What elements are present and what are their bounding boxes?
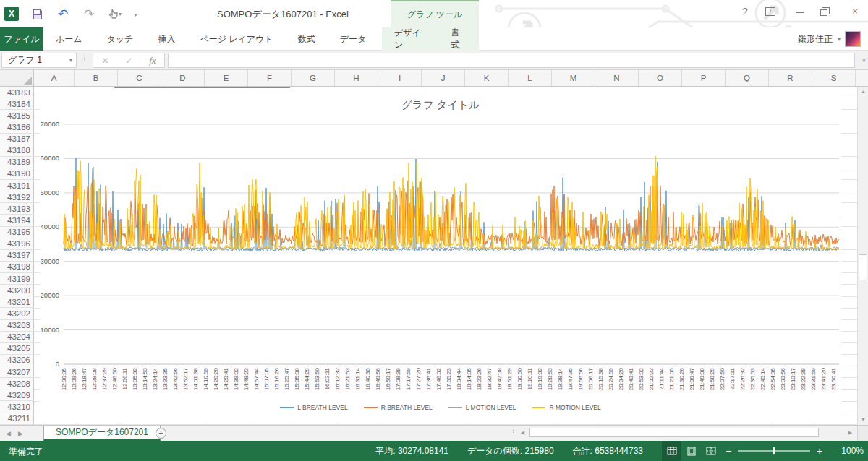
column-header-Q[interactable]: Q xyxy=(726,70,769,86)
name-box[interactable]: グラフ 1 ▾ xyxy=(1,53,77,68)
ribbon-display-options-icon[interactable]: ↑ xyxy=(765,7,780,16)
tab-file[interactable]: ファイル xyxy=(0,27,43,51)
zoom-slider[interactable] xyxy=(738,450,810,452)
undo-icon[interactable]: ↶ xyxy=(55,6,71,22)
tab-2[interactable]: 挿入 xyxy=(145,27,187,51)
column-header-P[interactable]: P xyxy=(682,70,726,86)
select-all-corner[interactable] xyxy=(0,70,34,86)
avatar[interactable] xyxy=(845,31,861,47)
column-header-G[interactable]: G xyxy=(292,70,335,86)
row-header-43188[interactable]: 43188 xyxy=(0,145,34,157)
zoom-percentage[interactable]: 100% xyxy=(833,446,864,456)
sheet-next-icon[interactable]: ▶ xyxy=(18,430,23,437)
row-header-43199[interactable]: 43199 xyxy=(0,273,34,285)
row-header-43190[interactable]: 43190 xyxy=(0,168,34,180)
page-break-view-icon[interactable] xyxy=(701,441,720,461)
help-icon[interactable]: ? xyxy=(738,6,752,17)
column-header-L[interactable]: L xyxy=(509,70,552,86)
add-sheet-icon[interactable]: + xyxy=(156,428,166,439)
column-header-I[interactable]: I xyxy=(378,70,422,86)
row-header-43183[interactable]: 43183 xyxy=(0,87,34,98)
row-header-43192[interactable]: 43192 xyxy=(0,191,34,203)
minimize-icon[interactable] xyxy=(793,6,807,17)
row-header-43206[interactable]: 43206 xyxy=(0,355,34,366)
name-box-dropdown-icon[interactable]: ▾ xyxy=(69,57,76,64)
column-header-S[interactable]: S xyxy=(812,70,856,86)
row-header-43202[interactable]: 43202 xyxy=(0,308,34,319)
row-header-43204[interactable]: 43204 xyxy=(0,332,34,343)
column-header-A[interactable]: A xyxy=(34,70,75,86)
sheet-tab-active[interactable]: SOMPOデータ1607201 xyxy=(43,426,161,441)
formula-bar-expand-icon[interactable]: ˅ xyxy=(862,57,866,64)
row-header-43200[interactable]: 43200 xyxy=(0,285,34,296)
chart-object[interactable]: グラフ タイトル 0100002000030000400005000060000… xyxy=(40,87,841,423)
normal-view-icon[interactable] xyxy=(662,441,681,461)
cancel-icon[interactable]: ✕ xyxy=(101,56,109,66)
page-layout-view-icon[interactable] xyxy=(681,441,701,461)
sheet-prev-icon[interactable]: ◀ xyxy=(6,430,11,437)
row-header-43184[interactable]: 43184 xyxy=(0,98,34,110)
row-header-43208[interactable]: 43208 xyxy=(0,378,34,389)
column-header-B[interactable]: B xyxy=(75,70,118,86)
row-header-43186[interactable]: 43186 xyxy=(0,121,34,133)
row-header-43194[interactable]: 43194 xyxy=(0,215,34,226)
save-icon[interactable] xyxy=(29,6,45,22)
row-header-43196[interactable]: 43196 xyxy=(0,238,34,250)
redo-icon[interactable]: ↷ xyxy=(81,6,97,22)
row-header-43197[interactable]: 43197 xyxy=(0,250,34,262)
row-header-43193[interactable]: 43193 xyxy=(0,203,34,215)
tab-3[interactable]: ページ レイアウト xyxy=(187,27,285,51)
touch-mode-dropdown-icon[interactable]: ▾ xyxy=(119,11,122,17)
column-header-N[interactable]: N xyxy=(595,70,639,86)
column-header-R[interactable]: R xyxy=(769,70,812,86)
column-header-F[interactable]: F xyxy=(248,70,292,86)
row-header-43207[interactable]: 43207 xyxy=(0,366,34,378)
row-header-43205[interactable]: 43205 xyxy=(0,343,34,355)
enter-icon[interactable]: ✓ xyxy=(125,56,132,66)
legend-item-motion_l[interactable]: L MOTION LEVEL xyxy=(448,404,516,411)
user-account[interactable]: 鎌形佳正 ▾ xyxy=(798,31,861,47)
insert-function-icon[interactable]: fx xyxy=(149,55,156,66)
legend-item-breath_r[interactable]: R BREATH LEVEL xyxy=(364,404,433,411)
qat-customize-icon[interactable]: ▾ xyxy=(133,12,138,17)
column-header-D[interactable]: D xyxy=(161,70,205,86)
zoom-in-icon[interactable]: + xyxy=(812,445,827,457)
zoom-slider-thumb[interactable] xyxy=(773,447,775,454)
row-header-43209[interactable]: 43209 xyxy=(0,389,34,401)
tab-scroll-separator[interactable]: ⋮ xyxy=(510,428,516,432)
row-header-43203[interactable]: 43203 xyxy=(0,320,34,332)
row-header-43185[interactable]: 43185 xyxy=(0,110,34,121)
vertical-scroll-thumb[interactable] xyxy=(859,254,867,280)
column-header-J[interactable]: J xyxy=(422,70,465,86)
row-header-43211[interactable]: 43211 xyxy=(0,413,34,425)
row-header-43195[interactable]: 43195 xyxy=(0,227,34,238)
restore-icon[interactable] xyxy=(820,7,835,16)
scroll-right-icon[interactable]: ▶ xyxy=(845,426,856,439)
tab-1[interactable]: タッチ xyxy=(95,27,146,51)
context-tab-1[interactable]: 書式 xyxy=(438,27,479,51)
column-header-E[interactable]: E xyxy=(205,70,248,86)
close-icon[interactable]: × xyxy=(848,6,862,17)
scroll-down-icon[interactable]: ▼ xyxy=(858,415,868,425)
tab-4[interactable]: 数式 xyxy=(286,27,328,51)
row-header-43198[interactable]: 43198 xyxy=(0,262,34,273)
row-header-43201[interactable]: 43201 xyxy=(0,296,34,308)
chart-title[interactable]: グラフ タイトル xyxy=(40,98,841,112)
legend-item-breath_l[interactable]: L BREATH LEVEL xyxy=(280,404,347,411)
column-header-C[interactable]: C xyxy=(118,70,161,86)
horizontal-scroll-thumb[interactable] xyxy=(529,428,819,437)
formula-input[interactable] xyxy=(168,53,855,68)
column-header-O[interactable]: O xyxy=(639,70,682,86)
column-header-K[interactable]: K xyxy=(465,70,509,86)
legend-item-motion_r[interactable]: R MOTION LEVEL xyxy=(532,404,600,411)
tab-5[interactable]: データ xyxy=(328,27,379,51)
zoom-out-icon[interactable]: − xyxy=(720,445,736,457)
row-header-43187[interactable]: 43187 xyxy=(0,134,34,145)
horizontal-scrollbar[interactable]: ◀ ▶ xyxy=(517,426,856,439)
scroll-up-icon[interactable]: ▲ xyxy=(858,87,868,97)
column-header-H[interactable]: H xyxy=(335,70,378,86)
column-header-M[interactable]: M xyxy=(552,70,595,86)
touch-mode-icon[interactable]: ▾ xyxy=(107,6,123,22)
row-header-43189[interactable]: 43189 xyxy=(0,157,34,168)
scroll-left-icon[interactable]: ◀ xyxy=(517,426,528,439)
